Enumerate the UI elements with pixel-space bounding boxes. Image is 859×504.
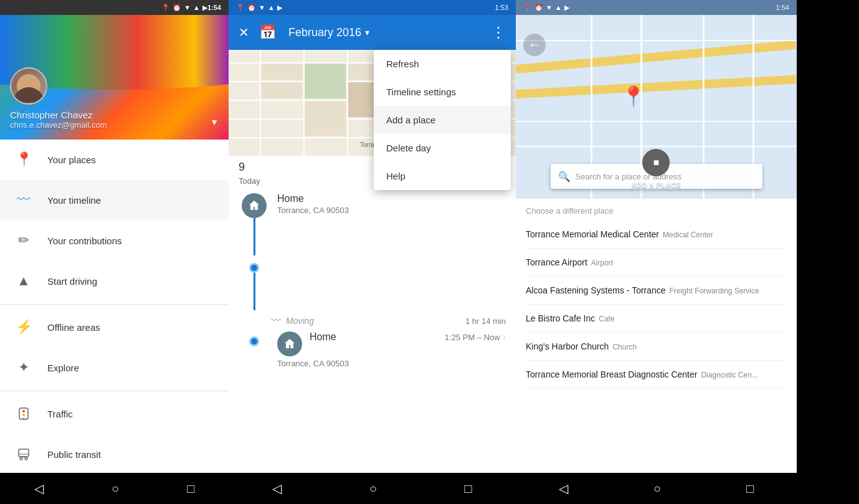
place-name-le-bistro: Le Bistro Cafe Inc	[526, 313, 595, 323]
back-button-3-nav[interactable]: ◁	[546, 476, 581, 501]
calendar-icon: 📅	[259, 24, 276, 40]
chevron-right-icon: ›	[503, 331, 506, 343]
driving-icon: ▲	[12, 270, 35, 292]
back-button-1[interactable]: ◁	[22, 476, 56, 501]
entry-name-home-1[interactable]: Home	[277, 193, 304, 204]
choose-label: Choose a different place	[526, 199, 787, 221]
map-h-road-2	[516, 121, 797, 122]
sidebar-item-public-transit[interactable]: Public transit	[0, 434, 229, 473]
timeline-dot-2	[249, 336, 259, 346]
stop-icon: ■	[653, 157, 660, 168]
alarm-icon-3: ⏰	[534, 4, 543, 12]
moving-icon: 〰	[271, 315, 281, 326]
wifi-icon-3: ▼	[546, 4, 553, 11]
place-name-torrance-breast: Torrance Memorial Breast Diagnostic Cent…	[526, 369, 697, 379]
table-row: 〰 Moving 1 hr 14 min	[229, 310, 516, 331]
close-icon[interactable]: ✕	[236, 22, 252, 42]
status-icons-3: 📍 ⏰ ▼ ▲ ▶	[523, 4, 569, 12]
sidebar-label-your-places: Your places	[47, 155, 96, 165]
month-year-label: February 2016	[288, 26, 361, 39]
entry-content-1: Home Torrance, CA 90503	[270, 193, 506, 310]
table-row: Home 1:25 PM – Now › Torrance, CA 90503	[229, 331, 516, 368]
add-place-panel: 📍 ⏰ ▼ ▲ ▶ 1:54 📍 ← ■ ADD A P	[516, 0, 797, 504]
wifi-icon-2: ▼	[259, 4, 265, 11]
bottom-nav-1: ◁ ○ □	[0, 473, 229, 504]
sidebar-item-your-timeline[interactable]: 〰 Your timeline	[0, 180, 229, 221]
dropdown-item-refresh[interactable]: Refresh	[374, 50, 511, 78]
user-email: chris.e.chavez@gmail.com	[10, 120, 219, 130]
sidebar-item-start-driving[interactable]: ▲ Start driving	[0, 261, 229, 302]
svg-rect-4	[19, 449, 29, 457]
svg-point-1	[22, 410, 25, 412]
sidebar-label-start-driving: Start driving	[47, 276, 97, 287]
traffic-icon	[12, 402, 35, 425]
user-info: Christopher Chavez chris.e.chavez@gmail.…	[10, 110, 219, 130]
explore-icon: ✦	[12, 356, 35, 379]
place-type-alcoa: Freight Forwarding Service	[670, 287, 759, 295]
sidebar-item-your-places[interactable]: 📍 Your places	[0, 140, 229, 180]
recent-button-1[interactable]: □	[174, 477, 207, 501]
user-header: Christopher Chavez chris.e.chavez@gmail.…	[0, 15, 229, 140]
timeline-icon: 〰	[12, 189, 35, 211]
place-name-torrance-memorial: Torrance Memorial Medical Center	[526, 229, 659, 239]
map-block	[305, 64, 346, 98]
timeline-panel: 📍 ⏰ ▼ ▲ ▶ 1:53 ✕ 📅 February 2016 ▾ ⋮	[229, 0, 516, 504]
svg-point-6	[25, 457, 27, 460]
sidebar-item-offline-areas[interactable]: ⚡ Offline areas	[0, 307, 229, 348]
nav-divider-1	[0, 304, 229, 305]
stop-button[interactable]: ■	[642, 149, 670, 176]
entry-name-home-2[interactable]: Home	[310, 331, 336, 343]
transit-icon	[12, 443, 35, 465]
contributions-icon: ✏	[12, 229, 35, 252]
sidebar-label-your-contributions: Your contributions	[47, 235, 122, 246]
back-button-2[interactable]: ◁	[260, 476, 294, 501]
status-bar-3: 📍 ⏰ ▼ ▲ ▶ 1:54	[516, 0, 797, 15]
home-icon-1	[242, 193, 267, 218]
clock-1: 1:54	[207, 4, 221, 11]
location-icon: 📍	[161, 4, 170, 12]
home-icon-2	[277, 331, 302, 356]
back-button-3[interactable]: ←	[523, 34, 546, 56]
dropdown-item-help[interactable]: Help	[374, 162, 511, 190]
list-item[interactable]: Torrance Memorial Medical Center Medical…	[526, 221, 787, 249]
sidebar-item-your-contributions[interactable]: ✏ Your contributions	[0, 221, 229, 261]
avatar[interactable]	[10, 67, 47, 105]
status-icons-2: 📍 ⏰ ▼ ▲ ▶	[236, 4, 282, 12]
sidebar-label-public-transit: Public transit	[47, 449, 101, 460]
list-item[interactable]: Torrance Memorial Breast Diagnostic Cent…	[526, 361, 787, 389]
entry-address-1: Torrance, CA 90503	[277, 206, 506, 215]
place-type-torrance-breast: Diagnostic Cen...	[701, 371, 757, 379]
dropdown-item-add-place[interactable]: Add a place	[374, 106, 511, 134]
recent-button-2[interactable]: □	[452, 477, 485, 501]
alarm-icon-2: ⏰	[247, 4, 256, 12]
dropdown-item-timeline-settings[interactable]: Timeline settings	[374, 78, 511, 106]
list-item[interactable]: Alcoa Fastening Systems - Torrance Freig…	[526, 277, 787, 305]
svg-point-5	[20, 457, 22, 460]
account-dropdown-arrow[interactable]: ▼	[210, 117, 219, 127]
home-button-3[interactable]: ○	[641, 477, 673, 501]
nav-divider-2	[0, 391, 229, 391]
list-item[interactable]: Torrance Airport Airport	[526, 249, 787, 277]
wifi-icon: ▼	[184, 4, 191, 11]
nav-menu: 📍 Your places 〰 Your timeline ✏ Your con…	[0, 140, 229, 473]
home-button-1[interactable]: ○	[99, 477, 131, 501]
add-place-label: ADD A PLACE	[632, 181, 681, 189]
list-item[interactable]: Le Bistro Cafe Inc Cafe	[526, 305, 787, 333]
sidebar-item-traffic[interactable]: Traffic	[0, 394, 229, 434]
table-row: Home Torrance, CA 90503	[229, 193, 516, 310]
dropdown-menu: Refresh Timeline settings Add a place De…	[374, 50, 511, 190]
avatar-face	[17, 74, 40, 98]
recent-button-3[interactable]: □	[734, 477, 766, 501]
sidebar-item-explore[interactable]: ✦ Explore	[0, 348, 229, 388]
sidebar-label-explore: Explore	[47, 363, 79, 373]
search-icon: 🔍	[558, 171, 571, 183]
battery-icon: ▶	[202, 4, 207, 12]
list-item[interactable]: King's Harbor Church Church	[526, 333, 787, 361]
more-icon[interactable]: ⋮	[488, 21, 508, 44]
home-button-2[interactable]: ○	[357, 477, 389, 501]
title-dropdown-caret[interactable]: ▾	[365, 27, 369, 37]
dropdown-item-delete-day[interactable]: Delete day	[374, 134, 511, 162]
loc-icon-2: 📍	[236, 4, 245, 12]
map-block	[305, 101, 346, 136]
place-type-kings-harbor: Church	[612, 343, 637, 351]
